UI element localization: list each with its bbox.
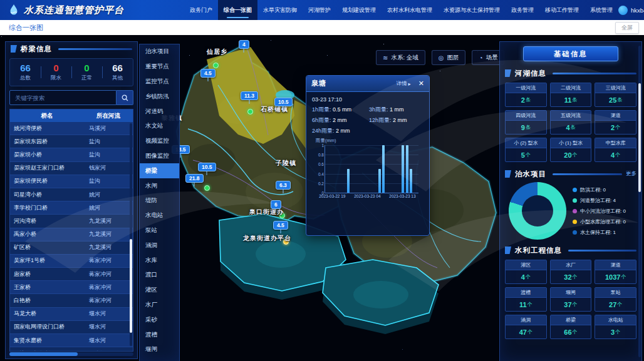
top-navbar: 水系连通智慧管护平台 政务门户 综合一张图 水旱灾害防御 河湖管护 规划建设管理… [0, 0, 644, 20]
table-row[interactable]: 王家桥蒋家冲河 [10, 281, 133, 294]
layer-item[interactable]: 采砂 [140, 312, 179, 327]
layer-item[interactable]: 灌区 [140, 283, 179, 298]
rain-bar [410, 169, 412, 193]
layer-item[interactable]: 治水项目 [140, 44, 179, 59]
layer-item[interactable]: 视频监控 [140, 134, 179, 149]
layer-item[interactable]: 乡镇防汛 [140, 89, 179, 104]
table-vertical-scrollbar[interactable] [130, 123, 132, 346]
legend-item[interactable]: 小型水库治理工程: 0 [573, 218, 626, 225]
nav-item-mobile-work[interactable]: 移动工作管理 [539, 0, 584, 20]
nav-item-rural-water[interactable]: 农村水利水电管理 [382, 0, 438, 20]
map-pin-icon[interactable] [213, 63, 219, 68]
stat-cell[interactable]: 渡槽11个 [505, 287, 547, 312]
table-row[interactable]: 马龙大桥堰水河 [10, 308, 133, 321]
popup-detail-link[interactable]: 详情▸ [397, 80, 411, 88]
stat-cell[interactable]: 泵站27个 [595, 287, 636, 312]
layer-item[interactable]: 水厂 [140, 298, 179, 313]
map-value-badge[interactable]: 21.8 [185, 174, 204, 183]
water-system-scope-button[interactable]: ≋ 水系: 全域 [376, 50, 425, 65]
table-horizontal-scrollbar[interactable] [9, 352, 133, 356]
search-input[interactable] [9, 90, 117, 105]
close-icon[interactable]: ✕ [418, 79, 424, 88]
layer-item[interactable]: 水电站 [140, 208, 179, 223]
stat-cell[interactable]: 渠道1037个 [595, 260, 636, 284]
table-row[interactable]: 李学校门口桥姚河 [10, 201, 133, 215]
stat-cell[interactable]: 二级河流11条 [550, 83, 592, 107]
map-pin-icon[interactable] [247, 109, 253, 114]
layer-item[interactable]: 河道码 [140, 104, 179, 119]
map-value-badge[interactable]: 6.3 [276, 181, 291, 190]
user-menu[interactable]: hkxb42080201 ▼ [618, 6, 644, 15]
map-value-badge[interactable]: 4.5 [273, 221, 288, 230]
table-row[interactable]: 矿区桥九龙溪河 [10, 242, 133, 255]
layer-item[interactable]: 水文站 [140, 119, 179, 134]
legend-item[interactable]: 河道整治工程: 4 [573, 197, 626, 204]
layer-item[interactable]: 水闸 [140, 178, 179, 193]
table-row[interactable]: 晏家坝赵王家门口桥钱家河 [10, 162, 133, 175]
layer-item-bridges-active[interactable]: 桥梁 [140, 163, 179, 178]
nav-item-one-map[interactable]: 综合一张图 [218, 0, 257, 20]
table-row[interactable]: 姚河湾便桥马溪河 [10, 122, 133, 135]
map-value-badge[interactable]: 10.5 [198, 163, 216, 171]
table-row[interactable]: 晏家坝小桥盐沟 [10, 148, 133, 161]
stat-cell[interactable]: 水电站3个 [595, 315, 636, 339]
fullscreen-button[interactable]: 全屏 [615, 22, 639, 34]
map-pin-icon[interactable] [204, 185, 210, 191]
table-row[interactable]: 禹家小桥九龙溪河 [10, 228, 133, 242]
stat-cell[interactable]: 渠道2个 [595, 110, 636, 135]
nav-item-portal[interactable]: 政务门户 [184, 0, 218, 20]
map-value-badge[interactable]: 4 [239, 40, 249, 49]
nav-item-river-lake[interactable]: 河湖管护 [303, 0, 336, 20]
layer-item[interactable]: 涵洞 [140, 238, 179, 253]
layer-item[interactable]: 堰闸 [140, 342, 179, 357]
nav-item-flood-defense[interactable]: 水旱灾害防御 [257, 0, 303, 20]
layer-item[interactable]: 重要节点 [140, 59, 179, 74]
layer-item[interactable]: 渡槽 [140, 327, 179, 342]
panel-scrollbar[interactable] [638, 46, 641, 357]
table-row[interactable]: 国家电网理设门口桥堰水河 [10, 321, 133, 334]
map-value-badge[interactable]: 6 [271, 200, 281, 209]
map-value-badge[interactable]: 4.5 [200, 69, 216, 78]
stat-cell[interactable]: 五级河流4条 [550, 110, 592, 135]
stat-cell[interactable]: 水厂32个 [550, 260, 592, 284]
layer-item[interactable]: 图像监控 [140, 149, 179, 164]
nav-item-planning[interactable]: 规划建设管理 [336, 0, 382, 20]
layer-item[interactable]: 监控节点 [140, 74, 179, 89]
nav-item-water-resource[interactable]: 水资源与水土保持管理 [438, 0, 506, 20]
stat-cell[interactable]: 桥梁66个 [550, 315, 592, 339]
table-row[interactable]: 白艳桥蒋家冲河 [10, 294, 133, 307]
table-row[interactable]: 司星湾小桥姚河 [10, 188, 133, 201]
map-value-badge[interactable]: 11.3 [241, 91, 258, 100]
table-row[interactable]: 集贤水磨桥堰水河 [10, 334, 133, 347]
stat-cell[interactable]: 涵洞47个 [505, 315, 547, 339]
layer-item[interactable]: 渡口 [140, 268, 179, 283]
stat-cell[interactable]: 灌区4个 [505, 260, 547, 284]
map-value-badge[interactable]: 10.5 [274, 98, 293, 106]
table-row[interactable]: 堰塘5号坝便桥堰水河 [10, 347, 133, 352]
basic-info-button[interactable]: 基础信息 [523, 46, 618, 61]
stat-cell[interactable]: 堰闸37个 [550, 287, 592, 312]
breadcrumb[interactable]: 综合一张图 [0, 23, 43, 33]
legend-item[interactable]: 中小河流治理工程: 0 [573, 208, 626, 215]
layers-button[interactable]: ◎ 图层 [432, 50, 466, 65]
stat-cell[interactable]: 小 (2) 型水5个 [505, 138, 547, 162]
legend-item[interactable]: 水土保持工程: 1 [573, 229, 626, 236]
nav-item-system[interactable]: 系统管理 [584, 0, 618, 20]
table-row[interactable]: 河沟湾桥九龙溪河 [10, 215, 133, 228]
legend-item[interactable]: 防洪工程: 0 [573, 186, 626, 193]
more-link[interactable]: 更多 [626, 170, 636, 178]
layer-item[interactable]: 水库 [140, 253, 179, 268]
table-row[interactable]: 唐家桥蒋家冲河 [10, 268, 133, 281]
nav-item-gov-admin[interactable]: 政务管理 [506, 0, 539, 20]
table-row[interactable]: 晏家坝东园桥盐沟 [10, 135, 133, 148]
table-row[interactable]: 吴家坪1号桥蒋家冲河 [10, 255, 133, 268]
layer-item[interactable]: 堤防 [140, 193, 179, 208]
stat-cell[interactable]: 三级河流25条 [595, 83, 636, 107]
stat-cell[interactable]: 一级河流2条 [505, 83, 547, 107]
search-button[interactable] [117, 90, 133, 105]
table-row[interactable]: 晏家坝便民桥盐沟 [10, 175, 133, 188]
stat-cell[interactable]: 四级河流9条 [505, 110, 547, 135]
layer-item[interactable]: 泵站 [140, 223, 179, 238]
stat-cell[interactable]: 小 (1) 型水20个 [550, 138, 592, 162]
stat-cell[interactable]: 中型水库4个 [595, 138, 636, 162]
